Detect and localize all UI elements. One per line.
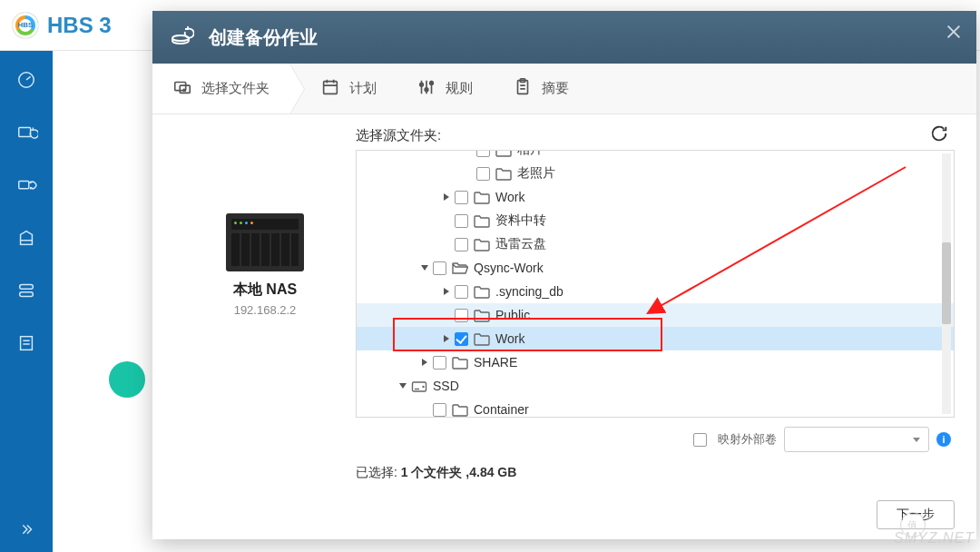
chevron-right-icon[interactable] bbox=[440, 191, 453, 203]
floating-add-button[interactable] bbox=[109, 361, 145, 398]
backup-icon[interactable] bbox=[14, 122, 39, 143]
folder-icon bbox=[452, 403, 468, 417]
folder-open-icon bbox=[452, 261, 468, 275]
svg-rect-4 bbox=[20, 285, 34, 290]
tree-row-label: Work bbox=[495, 331, 524, 346]
folder-icon bbox=[474, 191, 490, 204]
tree-row[interactable]: .syncing_db bbox=[357, 280, 954, 303]
folder-icon bbox=[474, 309, 490, 322]
picker-label: 选择源文件夹: bbox=[356, 127, 955, 144]
tree-row[interactable]: 相片 bbox=[357, 151, 954, 162]
tree-row[interactable]: 迅雷云盘 bbox=[357, 232, 954, 256]
servers-icon[interactable] bbox=[14, 280, 39, 301]
checkbox[interactable] bbox=[476, 151, 490, 157]
chevron-down-icon[interactable] bbox=[418, 261, 431, 274]
storage-icon[interactable] bbox=[14, 227, 39, 249]
info-icon[interactable]: i bbox=[936, 432, 951, 447]
svg-rect-3 bbox=[21, 241, 33, 245]
backup-header-icon bbox=[171, 25, 194, 49]
logs-icon[interactable] bbox=[14, 332, 39, 354]
map-external-checkbox[interactable]: 映射外部卷 bbox=[693, 431, 777, 448]
tree-row[interactable]: SHARE bbox=[357, 350, 954, 374]
tree-row-label: SSD bbox=[433, 379, 459, 393]
checkbox[interactable] bbox=[455, 191, 468, 204]
create-backup-dialog: 创建备份作业 选择文件夹 计划 规则 摘要 选择源文件夹: 本地 NAS 192… bbox=[152, 11, 976, 539]
svg-rect-5 bbox=[20, 292, 34, 297]
tree-row-label: 老照片 bbox=[517, 165, 555, 182]
checkbox-icon[interactable] bbox=[693, 433, 707, 447]
app-title: HBS 3 bbox=[47, 13, 112, 38]
step-summary[interactable]: 摘要 bbox=[493, 64, 589, 113]
summary-value: 1 个文件夹 ,4.84 GB bbox=[401, 465, 517, 479]
svg-rect-2 bbox=[19, 181, 29, 188]
svg-rect-1 bbox=[19, 128, 31, 137]
refresh-icon[interactable] bbox=[929, 123, 949, 147]
tree-row[interactable]: 资料中转 bbox=[357, 209, 954, 232]
sync-icon[interactable] bbox=[14, 174, 39, 196]
left-nav-rail bbox=[0, 51, 53, 552]
checkbox[interactable] bbox=[433, 403, 446, 417]
map-external-row: 映射外部卷 i bbox=[174, 418, 955, 452]
folder-icon bbox=[474, 214, 490, 228]
checkbox[interactable] bbox=[433, 356, 446, 370]
external-volume-select[interactable] bbox=[784, 427, 929, 452]
sliders-icon bbox=[416, 77, 436, 100]
chevron-right-icon[interactable] bbox=[418, 356, 431, 369]
tree-row[interactable]: Work bbox=[357, 185, 954, 209]
tree-row[interactable]: Qsync-Work bbox=[357, 256, 954, 280]
checkbox[interactable] bbox=[455, 214, 468, 228]
chevron-right-icon[interactable] bbox=[440, 285, 453, 298]
dialog-title: 创建备份作业 bbox=[209, 25, 318, 50]
expander-placeholder bbox=[418, 403, 431, 416]
tree-scrollbar[interactable] bbox=[942, 153, 951, 414]
tree-row-label: 相片 bbox=[517, 151, 543, 158]
folder-tree[interactable]: 相片老照片Work资料中转迅雷云盘Qsync-Work.syncing_dbPu… bbox=[356, 150, 955, 418]
chevron-right-icon[interactable] bbox=[440, 332, 453, 345]
folder-select-icon bbox=[172, 77, 192, 100]
tree-row-label: Qsync-Work bbox=[474, 261, 544, 275]
tree-row[interactable]: Work bbox=[357, 327, 954, 350]
tree-row[interactable]: 老照片 bbox=[357, 162, 954, 185]
folder-icon bbox=[495, 167, 512, 181]
selection-summary: 已选择: 1 个文件夹 ,4.84 GB bbox=[174, 452, 955, 481]
device-panel: 本地 NAS 192.168.2.2 bbox=[174, 150, 356, 418]
dialog-content: 选择源文件夹: 本地 NAS 192.168.2.2 相片老照片Work资料中转… bbox=[152, 114, 976, 490]
step-label: 选择文件夹 bbox=[201, 80, 270, 97]
tree-row-label: Public bbox=[495, 308, 530, 322]
checkbox[interactable] bbox=[455, 332, 468, 346]
svg-point-13 bbox=[430, 82, 434, 85]
expander-placeholder bbox=[440, 309, 453, 321]
tree-row-label: SHARE bbox=[474, 355, 517, 370]
checkbox[interactable] bbox=[476, 167, 490, 181]
step-label: 摘要 bbox=[542, 80, 569, 97]
expander-placeholder bbox=[462, 167, 475, 180]
svg-rect-10 bbox=[324, 82, 338, 94]
dashboard-icon[interactable] bbox=[14, 69, 39, 91]
step-label: 计划 bbox=[349, 80, 377, 97]
tree-row-label: .syncing_db bbox=[495, 284, 564, 299]
dialog-footer: 下一步 bbox=[152, 490, 976, 539]
next-button-label: 下一步 bbox=[897, 507, 935, 523]
next-button[interactable]: 下一步 bbox=[877, 500, 955, 529]
expand-rail-icon[interactable] bbox=[14, 519, 39, 541]
disk-icon bbox=[411, 380, 427, 393]
close-icon[interactable] bbox=[944, 22, 964, 42]
tree-row-label: Work bbox=[495, 190, 524, 204]
folder-icon bbox=[495, 151, 512, 157]
tree-row[interactable]: Public bbox=[357, 303, 954, 327]
checkbox[interactable] bbox=[455, 309, 468, 322]
tree-row[interactable]: Container bbox=[357, 398, 954, 417]
step-schedule[interactable]: 计划 bbox=[289, 64, 397, 113]
step-label: 规则 bbox=[446, 80, 473, 97]
tree-row[interactable]: SSD bbox=[357, 374, 954, 398]
step-select-folder[interactable]: 选择文件夹 bbox=[152, 64, 289, 113]
tree-row-label: Container bbox=[474, 402, 529, 417]
checkbox[interactable] bbox=[433, 261, 446, 275]
folder-icon bbox=[474, 332, 490, 346]
chevron-down-icon[interactable] bbox=[397, 380, 409, 392]
scrollbar-thumb[interactable] bbox=[942, 242, 951, 324]
checkbox[interactable] bbox=[455, 238, 468, 251]
expander-placeholder bbox=[440, 238, 453, 251]
step-rules[interactable]: 规则 bbox=[397, 64, 493, 113]
checkbox[interactable] bbox=[455, 285, 468, 299]
